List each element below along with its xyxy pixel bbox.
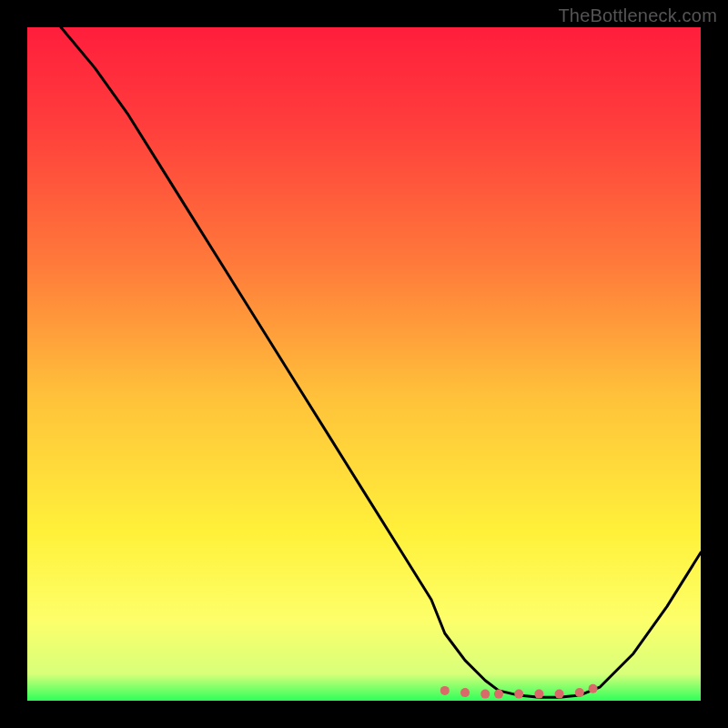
optimal-marker <box>534 690 543 699</box>
bottleneck-plot <box>27 27 701 701</box>
chart-container: TheBottleneck.com <box>0 0 728 728</box>
optimal-marker <box>575 688 584 697</box>
optimal-marker <box>480 690 490 699</box>
optimal-marker <box>440 686 450 695</box>
gradient-background <box>27 27 701 701</box>
optimal-marker <box>514 690 523 699</box>
chart-svg <box>27 27 701 701</box>
watermark-text: TheBottleneck.com <box>558 5 717 26</box>
optimal-marker <box>460 688 470 697</box>
optimal-marker <box>589 684 598 693</box>
optimal-marker <box>555 690 564 699</box>
optimal-marker <box>494 690 503 699</box>
